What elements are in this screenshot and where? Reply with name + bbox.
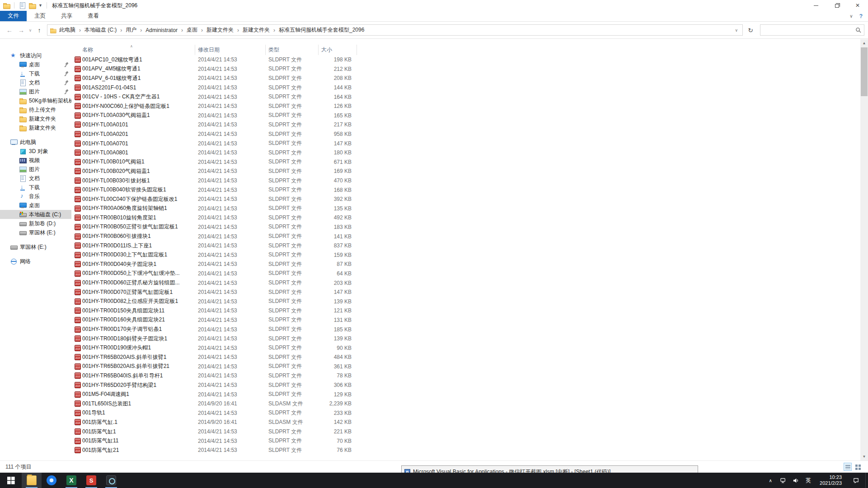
sidebar-item[interactable]: 50Kg单轴桁架机械 [0, 96, 71, 105]
file-row[interactable]: 001HY-TR00B060引拔撞块1 2014/4/21 14:53 SLDP… [71, 232, 860, 241]
file-row[interactable]: 001HY-TR00D030上下气缸固定板1 2014/4/21 14:53 S… [71, 250, 860, 260]
restore-button[interactable] [826, 0, 847, 11]
sidebar-item[interactable]: 待上传文件 [0, 105, 71, 114]
taskbar-clock[interactable]: 10:23 2021/2/23 [815, 474, 846, 486]
sidebar-item[interactable]: 覃国林 (E:) [0, 228, 71, 237]
forward-button[interactable]: → [15, 25, 27, 36]
sidebar-item[interactable]: 此电脑 [0, 138, 71, 147]
sidebar-item[interactable]: 新建文件夹 [0, 114, 71, 123]
address-dropdown-chevron-icon[interactable]: ∨ [732, 28, 741, 33]
sidebar-item[interactable]: 本地磁盘 (C:) [0, 210, 71, 219]
sidebar-item[interactable]: 桌面 [0, 201, 71, 210]
sidebar-item[interactable]: 网络 [0, 257, 71, 266]
file-row[interactable]: 001APV_4M5螺纹弯通1 2014/4/21 14:53 SLDPRT 文… [71, 65, 860, 74]
breadcrumb-segment[interactable]: 新建文件夹 [240, 26, 272, 34]
network-icon[interactable] [777, 473, 789, 488]
file-row[interactable]: 001TL650IS总装图1 2014/9/20 16:41 SLDASM 文件… [71, 399, 860, 409]
file-row[interactable]: 001HY-TR00D150夹具组固定块11 2014/4/21 14:53 S… [71, 306, 860, 316]
sidebar-item[interactable]: 文档 [0, 78, 71, 87]
file-row[interactable]: 001HY-TL00A0201 2014/4/21 14:53 SLDPRT 文… [71, 130, 860, 139]
file-row[interactable]: 001CV - 10HS - CK真空产生器1 2014/4/21 14:53 … [71, 92, 860, 102]
breadcrumb-segment[interactable]: 用户 [123, 26, 139, 34]
customize-toolbar-chevron-icon[interactable]: ▼ [38, 3, 42, 8]
ribbon-tab-file[interactable]: 文件 [0, 11, 27, 21]
sidebar-item[interactable]: 下载 [0, 183, 71, 192]
volume-icon[interactable] [790, 473, 802, 488]
refresh-icon[interactable]: ↻ [745, 25, 756, 36]
file-row[interactable]: 001HY-TR65D020手臂结构梁1 2014/4/21 14:53 SLD… [71, 381, 860, 390]
file-row[interactable]: 001HY-TL00A0801 2014/4/21 14:53 SLDPRT 文… [71, 148, 860, 158]
sidebar-item[interactable]: 音乐 [0, 192, 71, 201]
file-row[interactable]: 001HY-TL00B030引拔封板1 2014/4/21 14:53 SLDP… [71, 176, 860, 186]
file-row[interactable]: 001HY-TR00D011IS.上下座1 2014/4/21 14:53 SL… [71, 241, 860, 251]
back-button[interactable]: ← [4, 25, 15, 36]
file-row[interactable]: 001HY-TR00D180斜臂夹子固定块1 2014/4/21 14:53 S… [71, 334, 860, 344]
large-icons-view-icon[interactable] [854, 463, 862, 471]
sidebar-item[interactable]: 下载 [0, 69, 71, 78]
expand-ribbon-chevron-icon[interactable]: ∨ [849, 14, 853, 19]
taskbar-app-folder[interactable] [22, 473, 42, 488]
column-header-date[interactable]: 修改日期 [195, 45, 266, 55]
breadcrumb-segment[interactable]: 标准五轴伺服机械手全套模型_2096 [276, 26, 367, 34]
sidebar-item[interactable]: 文档 [0, 174, 71, 183]
search-box[interactable] [760, 24, 864, 36]
vertical-scrollbar[interactable]: ▲ ▼ [860, 39, 868, 460]
start-button[interactable] [0, 473, 22, 488]
column-header-type[interactable]: 类型 [266, 45, 319, 55]
taskbar-app-excel[interactable]: X [61, 473, 81, 488]
sidebar-item[interactable]: 图片 [0, 165, 71, 174]
sidebar-item[interactable]: 桌面 [0, 60, 71, 69]
breadcrumb-segment[interactable]: 此电脑 [56, 26, 78, 34]
breadcrumb-segment[interactable]: 桌面 [184, 26, 200, 34]
file-row[interactable]: 001HY-TR65B020AIS.斜单引拔臂1 2014/4/21 14:53… [71, 353, 860, 362]
column-header-name[interactable]: 名称 [71, 45, 195, 55]
file-row[interactable]: 001HY-TR00D160夹具组固定块21 2014/4/21 14:53 S… [71, 316, 860, 325]
column-header-size[interactable]: 大小 [319, 45, 357, 55]
show-desktop-button[interactable] [865, 473, 868, 488]
file-row[interactable]: 001M5-F04调速阀1 2014/4/21 14:53 SLDPRT 文件 … [71, 390, 860, 399]
file-row[interactable]: 001APV_6-01螺纹弯通1 2014/4/21 14:53 SLDPRT … [71, 74, 860, 83]
ribbon-tab-other[interactable]: 主页 [27, 11, 53, 21]
up-button[interactable]: ↑ [33, 25, 45, 36]
address-bar[interactable]: 此电脑›本地磁盘 (C:)›用户›Administrator›桌面›新建文件夹›… [47, 24, 743, 36]
file-row[interactable]: 001HY-TL00B040软管接头固定板1 2014/4/21 14:53 S… [71, 185, 860, 195]
hidden-icons-chevron-icon[interactable]: ∧ [765, 473, 776, 488]
action-center-icon[interactable] [847, 473, 864, 488]
file-row[interactable]: 001HY-TL00B020气阀箱盖1 2014/4/21 14:53 SLDP… [71, 167, 860, 176]
file-row[interactable]: 001HY-TR65B020AIS.斜单引拔臂21 2014/4/21 14:5… [71, 362, 860, 372]
taskbar-app-dark[interactable] [101, 473, 121, 488]
sidebar-item[interactable]: 图片 [0, 87, 71, 96]
sidebar-item[interactable]: 覃国林 (E:) [0, 242, 71, 251]
search-input[interactable] [763, 27, 855, 34]
file-row[interactable]: 001防落气缸11 2014/4/21 14:53 SLDPRT 文件 70 K… [71, 436, 860, 446]
file-row[interactable]: 001HY-TL00A0101 2014/4/21 14:53 SLDPRT 文… [71, 120, 860, 130]
file-row[interactable]: 001HY-TR00B010旋转角度架1 2014/4/21 14:53 SLD… [71, 213, 860, 223]
scrollbar-thumb[interactable] [861, 47, 868, 96]
sidebar-item[interactable]: 新建文件夹 [0, 123, 71, 132]
properties-icon[interactable] [19, 2, 26, 9]
ime-indicator[interactable]: 英 [802, 473, 814, 488]
file-row[interactable]: 001APC10_02螺纹弯通1 2014/4/21 14:53 SLDPRT … [71, 55, 860, 65]
sidebar-item[interactable]: 快速访问 [0, 51, 71, 60]
file-row[interactable]: 001HY-TR00D170夹子调节铝条1 2014/4/21 14:53 SL… [71, 325, 860, 334]
taskbar-app-red[interactable]: S [81, 473, 101, 488]
file-row[interactable]: 001AS2201F-01-04S1 2014/4/21 14:53 SLDPR… [71, 83, 860, 93]
breadcrumb-segment[interactable]: 新建文件夹 [204, 26, 236, 34]
ribbon-tab-other[interactable]: 共享 [53, 11, 80, 21]
taskbar-app-browser[interactable] [42, 473, 61, 488]
scroll-up-icon[interactable]: ▲ [860, 39, 868, 47]
new-folder-icon[interactable] [28, 2, 36, 9]
file-row[interactable]: 001HY-TR00D190缓冲头帽1 2014/4/21 14:53 SLDP… [71, 343, 860, 353]
file-row[interactable]: 001防落气缸1 2014/4/21 14:53 SLDPRT 文件 221 K… [71, 427, 860, 437]
file-row[interactable]: 001HY-N00C060上保护链条固定板1 2014/4/21 14:53 S… [71, 102, 860, 111]
file-row[interactable]: 001HY-TL00C040下保护链条固定板改1 2014/4/21 14:53… [71, 195, 860, 204]
sidebar-item[interactable]: 3D 对象 [0, 147, 71, 156]
recent-locations-chevron-icon[interactable]: ∨ [27, 25, 33, 36]
file-row[interactable]: 001防落气缸.1 2014/9/20 16:41 SLDASM 文件 142 … [71, 418, 860, 427]
sidebar-item[interactable]: 视频 [0, 156, 71, 165]
details-view-icon[interactable] [844, 463, 852, 471]
scroll-down-icon[interactable]: ▼ [860, 453, 868, 460]
file-row[interactable]: 001HY-TR00D060正臂爪秘方旋转组固... 2014/4/21 14:… [71, 278, 860, 288]
ribbon-tab-other[interactable]: 查看 [80, 11, 107, 21]
file-row[interactable]: 001HY-TR65B040IS.斜单引导杆1 2014/4/21 14:53 … [71, 371, 860, 381]
